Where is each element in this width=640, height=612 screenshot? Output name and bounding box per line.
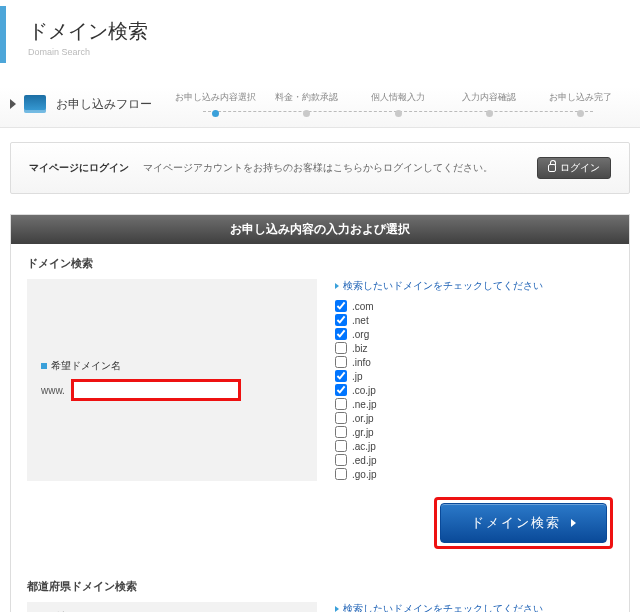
section-domain: 希望ドメイン名 www. 検索したいドメインをチェックしてください .com.n… bbox=[11, 279, 629, 491]
pref-input-box: 希望ドメイン名 www. 選択してください bbox=[27, 602, 317, 612]
domain-tld-box: 検索したいドメインをチェックしてください .com.net.org.biz.in… bbox=[335, 279, 613, 481]
section-title-pref: 都道府県ドメイン検索 bbox=[11, 567, 629, 602]
pref-tld-hint: 検索したいドメインをチェックしてください bbox=[335, 602, 613, 612]
tld-label: .com bbox=[352, 301, 374, 312]
tld-label: .biz bbox=[352, 343, 368, 354]
login-bar-title: マイページにログイン bbox=[29, 161, 129, 175]
tld-item[interactable]: .or.jp bbox=[335, 411, 613, 425]
tld-checkbox[interactable] bbox=[335, 440, 347, 452]
application-flow: お申し込みフロー お申し込み内容選択料金・約款承認個人情報入力入力内容確認お申し… bbox=[0, 87, 640, 128]
tld-label: .info bbox=[352, 357, 371, 368]
flow-step-label: 入力内容確認 bbox=[462, 91, 516, 104]
domain-search-button-label: ドメイン検索 bbox=[471, 514, 561, 532]
tld-checkbox[interactable] bbox=[335, 384, 347, 396]
flow-step-label: 個人情報入力 bbox=[371, 91, 425, 104]
tld-checkbox[interactable] bbox=[335, 370, 347, 382]
flow-step: 個人情報入力 bbox=[352, 91, 443, 117]
tld-label: .ac.jp bbox=[352, 441, 376, 452]
login-button[interactable]: ログイン bbox=[537, 157, 611, 179]
tld-item[interactable]: .com bbox=[335, 299, 613, 313]
tld-item[interactable]: .go.jp bbox=[335, 467, 613, 481]
login-bar: マイページにログイン マイページアカウントをお持ちのお客様はこちらからログインし… bbox=[10, 142, 630, 194]
section-title-domain: ドメイン検索 bbox=[11, 244, 629, 279]
flow-step: 入力内容確認 bbox=[444, 91, 535, 117]
flow-step-label: 料金・約款承認 bbox=[275, 91, 338, 104]
flow-label: お申し込みフロー bbox=[56, 96, 152, 113]
flow-step-label: お申し込み内容選択 bbox=[175, 91, 256, 104]
tld-label: .org bbox=[352, 329, 369, 340]
login-button-label: ログイン bbox=[560, 161, 600, 175]
section-pref: 希望ドメイン名 www. 選択してください 検索したいドメインをチェックしてくだ… bbox=[11, 602, 629, 612]
flow-step-label: お申し込み完了 bbox=[549, 91, 612, 104]
chevron-right-icon bbox=[571, 519, 576, 527]
page-title: ドメイン検索 bbox=[28, 18, 618, 45]
tld-checkbox[interactable] bbox=[335, 468, 347, 480]
flow-step: お申し込み内容選択 bbox=[170, 91, 261, 117]
tld-label: .or.jp bbox=[352, 413, 374, 424]
flow-step: 料金・約款承認 bbox=[261, 91, 352, 117]
tld-checkbox[interactable] bbox=[335, 426, 347, 438]
tld-checkbox[interactable] bbox=[335, 412, 347, 424]
tld-label: .gr.jp bbox=[352, 427, 374, 438]
tld-item[interactable]: .net bbox=[335, 313, 613, 327]
domain-search-button-highlight: ドメイン検索 bbox=[434, 497, 613, 549]
tld-checkbox[interactable] bbox=[335, 356, 347, 368]
page-header: ドメイン検索 Domain Search bbox=[0, 6, 640, 63]
tld-label: .jp bbox=[352, 371, 363, 382]
panel-heading: お申し込み内容の入力および選択 bbox=[11, 215, 629, 244]
flow-step: お申し込み完了 bbox=[535, 91, 626, 117]
tld-item[interactable]: .ed.jp bbox=[335, 453, 613, 467]
domain-search-button[interactable]: ドメイン検索 bbox=[440, 503, 607, 543]
tld-item[interactable]: .co.jp bbox=[335, 383, 613, 397]
login-bar-message: マイページアカウントをお持ちのお客様はこちらからログインしてください。 bbox=[143, 161, 523, 175]
tld-label: .ed.jp bbox=[352, 455, 376, 466]
domain-name-input[interactable] bbox=[71, 379, 241, 401]
tld-checkbox[interactable] bbox=[335, 342, 347, 354]
domain-tld-list: .com.net.org.biz.info.jp.co.jp.ne.jp.or.… bbox=[335, 299, 613, 481]
tld-label: .co.jp bbox=[352, 385, 376, 396]
play-icon bbox=[10, 99, 16, 109]
tld-item[interactable]: .jp bbox=[335, 369, 613, 383]
pref-tld-box: 検索したいドメインをチェックしてください .jp bbox=[335, 602, 613, 612]
application-panel: お申し込み内容の入力および選択 ドメイン検索 希望ドメイン名 www. 検索した… bbox=[10, 214, 630, 612]
domain-input-box: 希望ドメイン名 www. bbox=[27, 279, 317, 481]
tld-checkbox[interactable] bbox=[335, 300, 347, 312]
tld-label: .ne.jp bbox=[352, 399, 376, 410]
domain-action-row: ドメイン検索 bbox=[11, 491, 629, 567]
flow-icon bbox=[24, 95, 46, 113]
lock-icon bbox=[548, 164, 556, 172]
tld-item[interactable]: .ne.jp bbox=[335, 397, 613, 411]
tld-label: .net bbox=[352, 315, 369, 326]
tld-checkbox[interactable] bbox=[335, 398, 347, 410]
domain-prefix: www. bbox=[41, 385, 65, 396]
page-subtitle: Domain Search bbox=[28, 47, 618, 57]
tld-label: .go.jp bbox=[352, 469, 376, 480]
domain-field-label: 希望ドメイン名 bbox=[41, 359, 303, 373]
tld-item[interactable]: .ac.jp bbox=[335, 439, 613, 453]
tld-checkbox[interactable] bbox=[335, 454, 347, 466]
domain-tld-hint: 検索したいドメインをチェックしてください bbox=[335, 279, 613, 293]
tld-item[interactable]: .info bbox=[335, 355, 613, 369]
flow-steps: お申し込み内容選択料金・約款承認個人情報入力入力内容確認お申し込み完了 bbox=[166, 91, 630, 117]
tld-checkbox[interactable] bbox=[335, 314, 347, 326]
tld-item[interactable]: .gr.jp bbox=[335, 425, 613, 439]
tld-checkbox[interactable] bbox=[335, 328, 347, 340]
tld-item[interactable]: .biz bbox=[335, 341, 613, 355]
tld-item[interactable]: .org bbox=[335, 327, 613, 341]
